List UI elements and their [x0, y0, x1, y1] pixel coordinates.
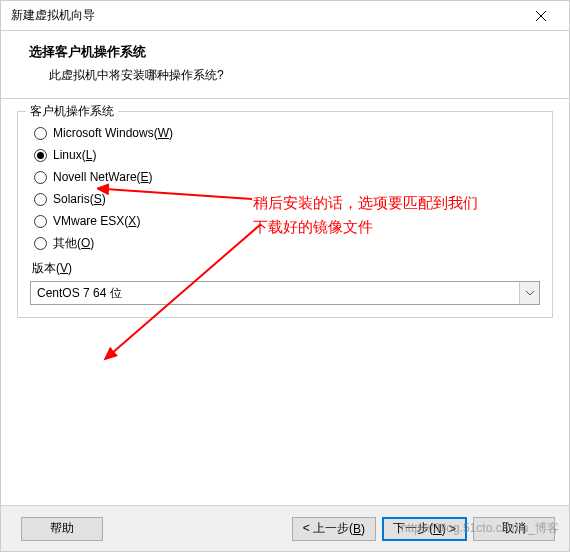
radio-icon — [34, 215, 47, 228]
radio-label: Solaris(S) — [53, 192, 106, 206]
close-icon — [536, 11, 546, 21]
version-selected: CentOS 7 64 位 — [37, 285, 122, 302]
version-label: 版本(V) — [32, 260, 540, 277]
os-radio-4[interactable]: VMware ESX(X) — [30, 210, 540, 232]
radio-icon — [34, 127, 47, 140]
os-radio-5[interactable]: 其他(O) — [30, 232, 540, 254]
radio-label: Novell NetWare(E) — [53, 170, 153, 184]
titlebar: 新建虚拟机向导 — [1, 1, 569, 31]
version-select[interactable]: CentOS 7 64 位 — [30, 281, 540, 305]
footer: 帮助 < 上一步(B) 下一步(N) > 取消 — [1, 505, 569, 551]
os-group-legend: 客户机操作系统 — [26, 103, 118, 120]
close-button[interactable] — [521, 2, 561, 30]
radio-icon — [34, 193, 47, 206]
os-radio-list: Microsoft Windows(W)Linux(L)Novell NetWa… — [30, 122, 540, 254]
radio-icon — [34, 237, 47, 250]
radio-label: 其他(O) — [53, 235, 94, 252]
back-button[interactable]: < 上一步(B) — [292, 517, 376, 541]
content-area: 客户机操作系统 Microsoft Windows(W)Linux(L)Nove… — [1, 99, 569, 318]
page-title: 选择客户机操作系统 — [29, 43, 553, 61]
os-radio-1[interactable]: Linux(L) — [30, 144, 540, 166]
os-radio-3[interactable]: Solaris(S) — [30, 188, 540, 210]
os-radio-0[interactable]: Microsoft Windows(W) — [30, 122, 540, 144]
radio-icon — [34, 149, 47, 162]
radio-icon — [34, 171, 47, 184]
header-panel: 选择客户机操作系统 此虚拟机中将安装哪种操作系统? — [1, 31, 569, 99]
page-subtitle: 此虚拟机中将安装哪种操作系统? — [29, 67, 553, 84]
cancel-button[interactable]: 取消 — [473, 517, 555, 541]
radio-label: VMware ESX(X) — [53, 214, 140, 228]
help-button[interactable]: 帮助 — [21, 517, 103, 541]
radio-label: Microsoft Windows(W) — [53, 126, 173, 140]
next-button[interactable]: 下一步(N) > — [382, 517, 467, 541]
os-radio-2[interactable]: Novell NetWare(E) — [30, 166, 540, 188]
radio-label: Linux(L) — [53, 148, 96, 162]
os-groupbox: 客户机操作系统 Microsoft Windows(W)Linux(L)Nove… — [17, 111, 553, 318]
window-title: 新建虚拟机向导 — [11, 7, 95, 24]
